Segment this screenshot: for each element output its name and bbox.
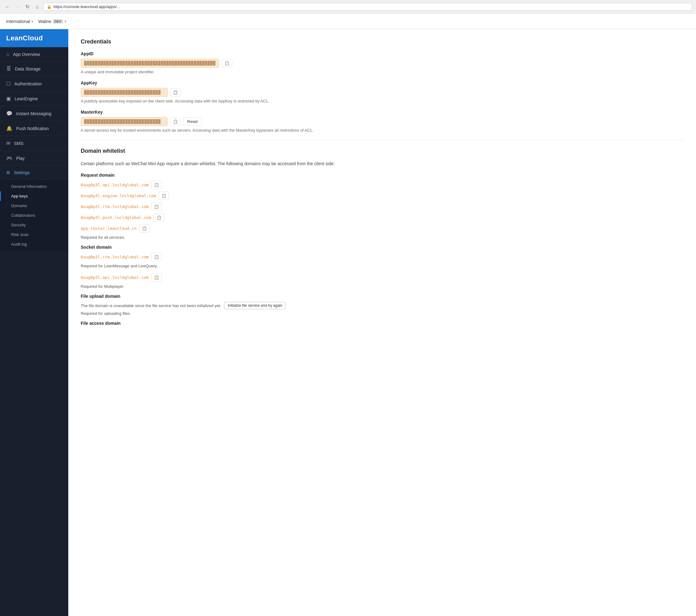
socket-domain-copy-0[interactable]: 📋 xyxy=(151,253,162,261)
request-domain-copy-4[interactable]: 📋 xyxy=(139,224,149,233)
content-area: Credentials AppID ██████████████████████… xyxy=(68,29,696,616)
submenu-item-app-keys[interactable]: App keys xyxy=(0,191,68,201)
lock-icon: 🔒 xyxy=(47,5,51,9)
appid-description: A unique and immutable project identifie… xyxy=(81,69,684,74)
sidebar-item-authentication[interactable]: ☐ Authentication xyxy=(0,76,68,91)
appid-value-row: ████████████████████████████████████████… xyxy=(81,59,684,68)
socket-domain-entry-1: 6oug8p3l.api.lncldglobal.com 📋 xyxy=(81,273,684,282)
sidebar-item-settings[interactable]: ⚙ Settings xyxy=(0,166,68,180)
region-selector[interactable]: International ▾ xyxy=(6,19,33,24)
appkey-block: AppKey ████████████████████████████ 📋 A … xyxy=(81,80,684,104)
masterkey-value-row: ████████████████████████████ 📋 Reset xyxy=(81,117,684,126)
env-badge: DEV xyxy=(52,19,63,23)
engine-icon: ▣ xyxy=(6,96,11,101)
sidebar-item-label: Push Notification xyxy=(16,126,49,131)
url-bar[interactable]: 🔒 https://console.leancloud.app/apps/... xyxy=(44,3,692,11)
sidebar-item-label: Instant Messaging xyxy=(16,111,51,116)
appkey-copy-button[interactable]: 📋 xyxy=(170,88,181,97)
sidebar-item-label: SMS xyxy=(14,141,23,146)
submenu-item-risk-scan[interactable]: Risk scan xyxy=(0,230,68,239)
request-domain-entry-2: 6oug8p3l.rtm.lncldglobal.com 📋 xyxy=(81,202,684,211)
socket-domain-copy-1[interactable]: 📋 xyxy=(151,273,162,282)
file-upload-note: The file domain is unavailable since the… xyxy=(81,303,221,308)
appkey-description: A publicly accessible key exposed on the… xyxy=(81,99,684,104)
masterkey-description: A secret access key for trusted environm… xyxy=(81,128,684,132)
sidebar-item-data-storage[interactable]: 🗄 Data Storage xyxy=(0,62,68,76)
sidebar-item-label: App Overview xyxy=(13,52,40,57)
home-button[interactable]: ⌂ xyxy=(33,3,41,11)
sidebar-item-app-overview[interactable]: ⌂ App Overview xyxy=(0,47,68,62)
sidebar-item-instant-messaging[interactable]: 💬 Instant Messaging xyxy=(0,106,68,121)
sidebar-item-leanengine[interactable]: ▣ LeanEngine xyxy=(0,91,68,106)
appid-label: AppID xyxy=(81,51,684,56)
database-icon: 🗄 xyxy=(6,66,11,72)
masterkey-reset-button[interactable]: Reset xyxy=(183,117,202,126)
request-domain-copy-2[interactable]: 📋 xyxy=(151,202,162,211)
top-bar: International ▾ Waline DEV ▾ xyxy=(0,14,696,29)
section-divider xyxy=(81,140,684,140)
request-domain-note: Required for all services. xyxy=(81,235,684,240)
reload-button[interactable]: ↻ xyxy=(23,3,31,11)
submenu-item-collaborators[interactable]: Collaborators xyxy=(0,210,68,220)
file-upload-domain-title: File upload domain xyxy=(81,294,684,299)
main-layout: LeanCloud ⌂ App Overview 🗄 Data Storage … xyxy=(0,29,696,616)
region-dropdown-icon: ▾ xyxy=(31,19,33,23)
file-access-domain-title: File access domain xyxy=(81,321,684,326)
domain-whitelist-title: Domain whitelist xyxy=(81,148,684,154)
gear-icon: ⚙ xyxy=(6,170,10,175)
chat-icon: 💬 xyxy=(6,111,12,116)
sidebar-item-sms[interactable]: ✉ SMS xyxy=(0,136,68,151)
appkey-label: AppKey xyxy=(81,80,684,85)
request-domain-copy-0[interactable]: 📋 xyxy=(151,181,162,189)
sidebar-item-play[interactable]: 🎮 Play xyxy=(0,151,68,166)
masterkey-block: MasterKey ████████████████████████████ 📋… xyxy=(81,110,684,132)
request-domain-2: 6oug8p3l.rtm.lncldglobal.com xyxy=(81,204,149,209)
submenu-item-audit-log[interactable]: Audit log xyxy=(0,239,68,249)
forward-button[interactable]: → xyxy=(14,3,21,11)
socket-domain-note-1: Required for Multiplayer xyxy=(81,284,684,289)
request-domain-copy-1[interactable]: 📋 xyxy=(159,192,169,200)
submenu-item-domains[interactable]: Domains xyxy=(0,201,68,210)
credentials-title: Credentials xyxy=(81,38,684,45)
sidebar-item-label: Data Storage xyxy=(15,66,41,72)
appid-value: ████████████████████████████████████████… xyxy=(81,59,219,68)
masterkey-copy-button[interactable]: 📋 xyxy=(170,117,181,126)
masterkey-value: ████████████████████████████ xyxy=(81,117,168,126)
domain-intro: Certain platforms such as WeChat Mini Ap… xyxy=(81,160,684,167)
file-upload-unavail-row: The file domain is unavailable since the… xyxy=(81,302,684,309)
auth-icon: ☐ xyxy=(6,81,11,86)
file-upload-note2: Required for uploading files. xyxy=(81,311,684,316)
sidebar: LeanCloud ⌂ App Overview 🗄 Data Storage … xyxy=(0,29,68,616)
masterkey-label: MasterKey xyxy=(81,110,684,114)
sms-icon: ✉ xyxy=(6,140,10,146)
socket-domain-note-0: Required for LeanMessage and LiveQuery. xyxy=(81,264,684,268)
submenu-item-security[interactable]: Security xyxy=(0,220,68,230)
request-domain-entry-0: 6oug8p3l.api.lncldglobal.com 📋 xyxy=(81,181,684,189)
sidebar-item-label: Play xyxy=(16,156,25,161)
play-icon: 🎮 xyxy=(6,155,12,161)
submenu-item-general-information[interactable]: General information xyxy=(0,181,68,191)
request-domain-1: 6oug8p3l.engine.lncldglobal.com xyxy=(81,193,156,198)
app-container: International ▾ Waline DEV ▾ LeanCloud ⌂… xyxy=(0,14,696,616)
back-button[interactable]: ← xyxy=(4,3,11,11)
appid-copy-button[interactable]: 📋 xyxy=(222,59,232,67)
url-text: https://console.leancloud.app/apps/... xyxy=(53,4,120,9)
home-icon: ⌂ xyxy=(6,51,9,57)
sidebar-item-label: Authentication xyxy=(14,81,42,86)
request-domain-entry-4: app-router.leancloud.cn 📋 xyxy=(81,224,684,233)
browser-bar: ← → ↻ ⌂ 🔒 https://console.leancloud.app/… xyxy=(0,0,696,14)
socket-domain-entry-0: 6oug8p3l.rtm.lncldglobal.com 📋 xyxy=(81,253,684,261)
settings-submenu: General information App keys Domains Col… xyxy=(0,180,68,251)
request-domain-copy-3[interactable]: 📋 xyxy=(154,213,164,222)
sidebar-item-label: LeanEngine xyxy=(15,96,38,101)
request-domain-0: 6oug8p3l.api.lncldglobal.com xyxy=(81,183,149,187)
request-domain-4: app-router.leancloud.cn xyxy=(81,226,137,231)
sidebar-logo: LeanCloud xyxy=(0,29,68,47)
bell-icon: 🔔 xyxy=(6,125,12,131)
request-domain-entry-1: 6oug8p3l.engine.lncldglobal.com 📋 xyxy=(81,192,684,200)
socket-domain-title: Socket domain xyxy=(81,244,684,250)
app-selector[interactable]: Waline DEV ▾ xyxy=(38,19,66,24)
sidebar-item-push-notification[interactable]: 🔔 Push Notification xyxy=(0,121,68,136)
app-dropdown-icon: ▾ xyxy=(65,19,66,23)
initialize-file-service-button[interactable]: Initialize file service and try again xyxy=(224,302,286,309)
